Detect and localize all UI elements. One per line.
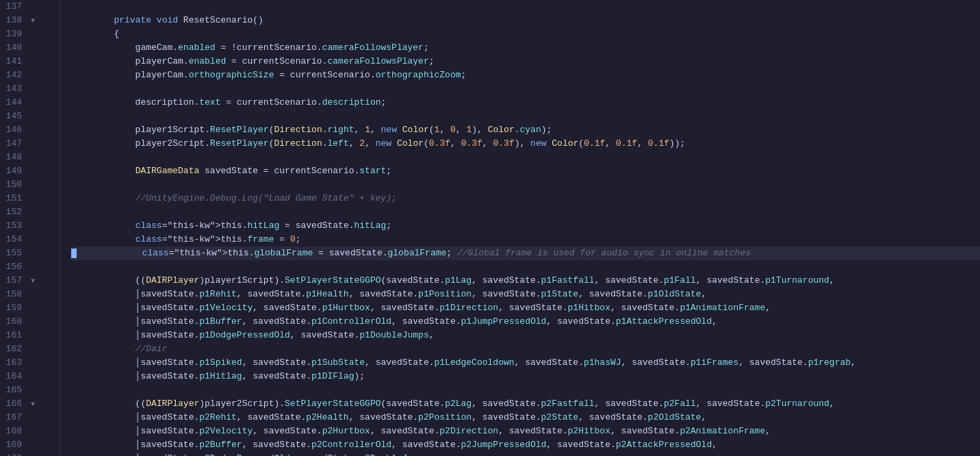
code-line [71,82,980,96]
code-line: //Dair [71,342,980,356]
code-line: playerCam.orthographicSize = currentScen… [71,68,980,82]
code-line: │savedState.p2Velocity, savedState.p2Hur… [71,425,980,438]
gutter-row: 153 [0,219,54,233]
code-text: │savedState.p1Buffer, savedState.p1Contr… [71,315,717,329]
code-line: private void ResetScenario() [71,14,980,27]
code-text [71,151,77,164]
code-text [71,260,77,274]
line-number: 143 [0,82,27,96]
code-line: │savedState.p2Rehit, savedState.p2Health… [71,411,980,425]
line-number: 168 [0,425,27,438]
code-text: │savedState.p1Rehit, savedState.p1Health… [71,288,706,301]
gutter-row: 157 [0,274,54,288]
code-text: class="this-kw">this.frame = 0; [71,233,301,246]
gutter-row: 162 [0,342,54,356]
line-number: 164 [0,370,27,383]
gutter-row: 139 [0,27,54,41]
code-line: ((DAIRPlayer)player1Script).SetPlayerSta… [71,274,980,288]
code-text [71,82,77,96]
gutter-row: 163 [0,356,54,370]
line-number: 156 [0,260,27,274]
gutter-row: 149 [0,164,54,178]
gutter-row: 156 [0,260,54,274]
code-line: player2Script.ResetPlayer(Direction.left… [71,137,980,151]
gutter-row: 167 [0,411,54,425]
line-number: 166 [0,397,27,411]
code-text: //Dair [71,342,167,356]
code-text [71,110,77,123]
gutter-row: 137 [0,0,54,14]
line-number: 151 [0,192,27,205]
gutter-row: 169 [0,438,54,452]
gutter-row: 147 [0,137,54,151]
code-line: { [71,27,980,41]
gutter-row: 154 [0,233,54,246]
line-number: 138 [0,14,27,27]
fold-arrow[interactable] [27,16,38,26]
gutter-row: 159 [0,301,54,315]
gutter-row: 152 [0,205,54,219]
line-number: 144 [0,96,27,110]
line-number: 161 [0,329,27,342]
code-text: │savedState.p1Velocity, savedState.p1Hur… [71,301,771,315]
line-number: 165 [0,383,27,397]
line-number: 170 [0,452,27,456]
code-line: │savedState.p1Buffer, savedState.p1Contr… [71,315,980,329]
gutter-row: 141 [0,55,54,68]
code-line: player1Script.ResetPlayer(Direction.righ… [71,123,980,137]
code-text: player2Script.ResetPlayer(Direction.left… [71,137,685,151]
code-text [71,0,77,14]
code-text: playerCam.orthographicSize = currentScen… [71,68,466,82]
code-text: │savedState.p2Buffer, savedState.p2Contr… [71,438,717,452]
bookmark-icon [71,249,77,258]
code-text: ((DAIRPlayer)player2Script).SetPlayerSta… [71,397,835,411]
line-number: 157 [0,274,27,288]
line-numbers: 137 138139 140 141 142 143 144 145 146 1… [0,0,60,456]
code-text: │savedState.p2Rehit, savedState.p2Health… [71,411,706,425]
line-number: 169 [0,438,27,452]
code-text [71,178,77,192]
code-line [71,383,980,397]
line-number: 152 [0,205,27,219]
code-line: class="this-kw">this.frame = 0; [71,233,980,246]
gutter-row: 168 [0,425,54,438]
code-line: DAIRGameData savedState = currentScenari… [71,164,980,178]
code-line [71,178,980,192]
line-number: 141 [0,55,27,68]
code-line: │savedState.p1Spiked, savedState.p1SubSt… [71,356,980,370]
code-line: │savedState.p1Velocity, savedState.p1Hur… [71,301,980,315]
code-text: player1Script.ResetPlayer(Direction.righ… [71,123,552,137]
code-line: │savedState.p1DodgePressedOld, savedStat… [71,329,980,342]
gutter-row: 161 [0,329,54,342]
gutter-row: 143 [0,82,54,96]
line-number: 162 [0,342,27,356]
code-text: │savedState.p1Spiked, savedState.p1SubSt… [71,356,856,370]
line-number: 146 [0,123,27,137]
line-number: 160 [0,315,27,329]
line-number: 137 [0,0,27,14]
fold-arrow[interactable] [27,276,38,286]
code-line [71,205,980,219]
fold-arrow[interactable] [27,399,38,409]
gutter-row: 145 [0,110,54,123]
code-line: class="this-kw">this.hitLag = savedState… [71,219,980,233]
gutter-row: 165 [0,383,54,397]
gutter-row: 151 [0,192,54,205]
line-number: 150 [0,178,27,192]
code-text: description.text = currentScenario.descr… [71,96,386,110]
gutter-row: 158 [0,288,54,301]
code-line: │savedState.p2DodgePressedOld, savedStat… [71,452,980,456]
line-number: 159 [0,301,27,315]
code-text: { [71,27,119,41]
code-editor: 137 138139 140 141 142 143 144 145 146 1… [0,0,980,456]
code-line: │savedState.p1Hitlag, savedState.p1DIFla… [71,370,980,383]
code-text: │savedState.p2DodgePressedOld, savedStat… [71,452,435,456]
code-line: description.text = currentScenario.descr… [71,96,980,110]
code-line: gameCam.enabled = !currentScenario.camer… [71,41,980,55]
line-number: 140 [0,41,27,55]
code-line: │savedState.p2Buffer, savedState.p2Contr… [71,438,980,452]
code-line: class="this-kw">this.globalFrame = saved… [71,246,980,260]
code-text [71,205,77,219]
code-text: │savedState.p1Hitlag, savedState.p1DIFla… [71,370,365,383]
code-text [71,383,77,397]
